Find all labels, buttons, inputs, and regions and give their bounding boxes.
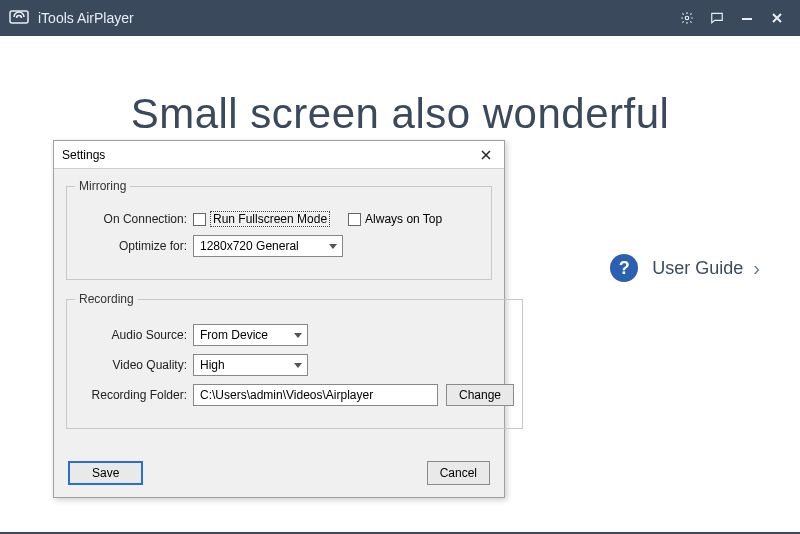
recording-folder-field[interactable]: C:\Users\admin\Videos\Airplayer [193, 384, 438, 406]
always-on-top-checkbox[interactable]: Always on Top [348, 212, 442, 226]
audio-source-value: From Device [200, 328, 268, 342]
main-area: Small screen also wonderful ? User Guide… [0, 36, 800, 534]
mirroring-legend: Mirroring [75, 179, 130, 193]
recording-legend: Recording [75, 292, 138, 306]
video-quality-label: Video Quality: [75, 358, 193, 372]
always-on-top-label: Always on Top [365, 212, 442, 226]
mirroring-group: Mirroring On Connection: Run Fullscreen … [66, 179, 492, 280]
app-title: iTools AirPlayer [38, 10, 134, 26]
dialog-body: Mirroring On Connection: Run Fullscreen … [54, 169, 504, 451]
change-folder-button[interactable]: Change [446, 384, 514, 406]
title-bar: iTools AirPlayer [0, 0, 800, 36]
optimize-for-select[interactable]: 1280x720 General [193, 235, 343, 257]
svg-rect-2 [742, 18, 752, 20]
user-guide-label: User Guide [652, 258, 743, 279]
hero-heading: Small screen also wonderful [0, 90, 800, 138]
cancel-button[interactable]: Cancel [427, 461, 490, 485]
dialog-footer: Save Cancel [68, 461, 490, 485]
run-fullscreen-label: Run Fullscreen Mode [210, 211, 330, 227]
video-quality-value: High [200, 358, 225, 372]
checkbox-box-icon [193, 213, 206, 226]
settings-gear-icon[interactable] [672, 0, 702, 36]
save-button[interactable]: Save [68, 461, 143, 485]
on-connection-label: On Connection: [75, 212, 193, 226]
app-logo-icon [8, 7, 30, 29]
settings-dialog: Settings Mirroring On Connection: Run Fu… [53, 140, 505, 498]
dialog-title: Settings [62, 148, 105, 162]
feedback-icon[interactable] [702, 0, 732, 36]
close-button[interactable] [762, 0, 792, 36]
recording-folder-value: C:\Users\admin\Videos\Airplayer [200, 388, 373, 402]
audio-source-select[interactable]: From Device [193, 324, 308, 346]
minimize-button[interactable] [732, 0, 762, 36]
user-guide-link[interactable]: ? User Guide › [610, 254, 760, 282]
audio-source-label: Audio Source: [75, 328, 193, 342]
svg-point-1 [685, 16, 689, 20]
optimize-for-label: Optimize for: [75, 239, 193, 253]
optimize-for-value: 1280x720 General [200, 239, 299, 253]
run-fullscreen-checkbox[interactable]: Run Fullscreen Mode [193, 211, 330, 227]
checkbox-box-icon [348, 213, 361, 226]
video-quality-select[interactable]: High [193, 354, 308, 376]
recording-folder-label: Recording Folder: [75, 388, 193, 402]
dialog-header: Settings [54, 141, 504, 169]
chevron-right-icon: › [753, 257, 760, 280]
svg-rect-0 [10, 11, 28, 23]
recording-group: Recording Audio Source: From Device Vide… [66, 292, 523, 429]
help-icon: ? [610, 254, 638, 282]
dialog-close-button[interactable] [476, 145, 496, 165]
